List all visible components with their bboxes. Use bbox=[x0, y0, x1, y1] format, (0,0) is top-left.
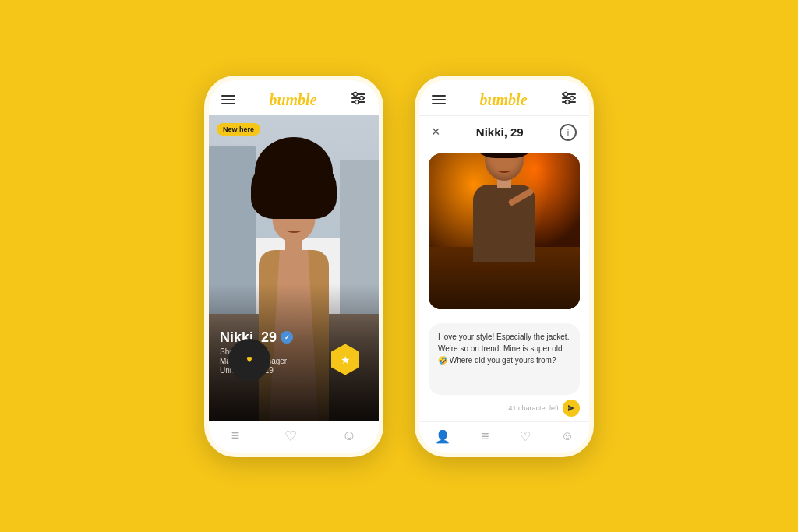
hamburger-icon[interactable] bbox=[221, 95, 235, 104]
star-icon: ★ bbox=[341, 354, 351, 366]
like-button[interactable] bbox=[228, 339, 270, 381]
info-button[interactable]: i bbox=[560, 124, 577, 141]
profile-card-1[interactable]: New here Nikki, 29 ✓ She/Her Marketing M… bbox=[209, 115, 379, 421]
smile bbox=[286, 227, 302, 233]
message-text: I love your style! Especially the jacket… bbox=[438, 333, 569, 365]
nav-chat-icon-2[interactable]: ☺ bbox=[561, 429, 574, 443]
filter-icon-2[interactable] bbox=[561, 91, 577, 108]
svg-point-11 bbox=[566, 100, 570, 104]
profile-sub-header: × Nikki, 29 i bbox=[419, 116, 589, 147]
profile-photo-1: New here Nikki, 29 ✓ She/Her Marketing M… bbox=[209, 115, 379, 421]
svg-point-5 bbox=[355, 100, 359, 104]
message-area[interactable]: I love your style! Especially the jacket… bbox=[419, 315, 589, 421]
profile-header-name: Nikki, 29 bbox=[476, 125, 524, 139]
profile-photo-2 bbox=[429, 153, 580, 309]
nav-heart-icon-2[interactable]: ♡ bbox=[520, 429, 531, 444]
nav-menu-icon-2[interactable]: ≡ bbox=[481, 428, 489, 445]
nav-profile-icon[interactable]: 👤 bbox=[435, 429, 450, 444]
super-like-button[interactable]: ★ bbox=[331, 344, 359, 375]
send-button[interactable] bbox=[563, 400, 580, 417]
hair bbox=[263, 157, 325, 211]
svg-point-10 bbox=[570, 97, 574, 100]
app-header-1: bumble bbox=[209, 80, 379, 115]
right-eye bbox=[302, 213, 308, 217]
char-count-row: 41 character left bbox=[429, 400, 580, 417]
app-logo-1: bumble bbox=[269, 91, 316, 109]
left-eye-2 bbox=[492, 153, 497, 157]
char-count: 41 character left bbox=[508, 404, 559, 412]
action-buttons-1: ★ bbox=[209, 339, 379, 382]
bottom-nav-1: ≡ ♡ ☺ bbox=[209, 421, 379, 453]
svg-point-9 bbox=[564, 93, 568, 97]
hamburger-icon-2[interactable] bbox=[432, 95, 446, 104]
left-eye bbox=[281, 213, 287, 217]
smile-2 bbox=[498, 168, 510, 173]
phone-1: bumble bbox=[204, 76, 383, 457]
new-here-badge: New here bbox=[217, 123, 260, 136]
bottom-nav-2: 👤 ≡ ♡ ☺ bbox=[419, 421, 589, 453]
nav-heart-icon[interactable]: ♡ bbox=[284, 428, 297, 445]
nav-menu-icon[interactable]: ≡ bbox=[231, 428, 240, 444]
message-bubble[interactable]: I love your style! Especially the jacket… bbox=[429, 323, 580, 395]
close-button[interactable]: × bbox=[432, 124, 440, 140]
filter-icon-1[interactable] bbox=[351, 91, 366, 108]
svg-point-3 bbox=[354, 93, 358, 97]
svg-point-4 bbox=[360, 97, 364, 100]
nav-chat-icon[interactable]: ☺ bbox=[342, 428, 356, 444]
app-header-2: bumble bbox=[419, 80, 589, 116]
phone-2: bumble × Nikki, 29 i bbox=[415, 76, 594, 457]
right-eye-2 bbox=[511, 153, 517, 157]
app-logo-2: bumble bbox=[479, 91, 527, 109]
